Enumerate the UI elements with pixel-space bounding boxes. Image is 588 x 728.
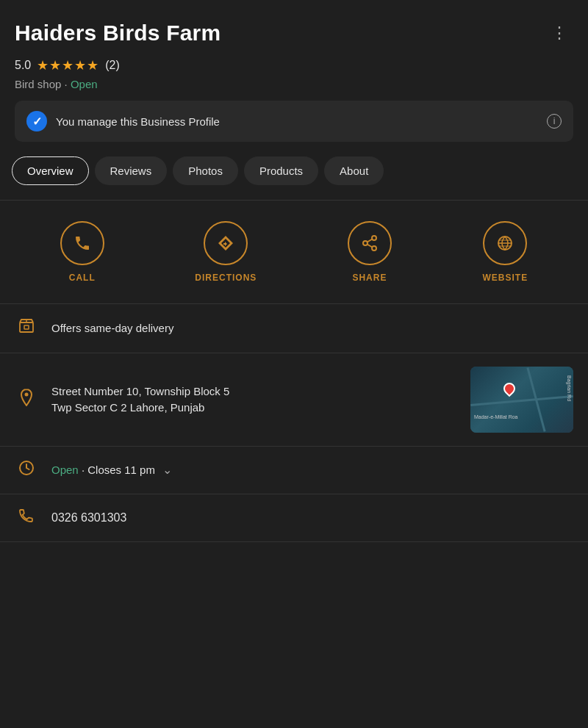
actions-row: CALL DIRECTIONS SHARE (0, 201, 588, 303)
verified-badge-icon (26, 111, 47, 131)
website-label: WEBSITE (483, 273, 528, 283)
map-thumbnail[interactable]: Bagrian Rd Madar-e-Millat Roa (470, 367, 573, 433)
address-text: Street Number 10, Township Block 5 Twp S… (51, 383, 457, 417)
website-action[interactable]: WEBSITE (483, 221, 528, 283)
svg-rect-7 (24, 325, 29, 329)
hours-row[interactable]: Open · Closes 11 pm ⌄ (0, 447, 588, 494)
svg-point-1 (363, 241, 368, 245)
category-separator: · (65, 78, 71, 90)
call-action[interactable]: CALL (60, 221, 104, 283)
business-category: Bird shop (15, 78, 61, 90)
tab-reviews[interactable]: Reviews (95, 156, 168, 185)
manage-banner[interactable]: You manage this Business Profile i (15, 101, 573, 142)
delivery-row: Offers same-day delivery (0, 304, 588, 353)
tabs-container: Overview Reviews Photos Products About (0, 156, 588, 200)
road-label-1: Bagrian Rd (567, 375, 572, 401)
website-icon (496, 234, 514, 252)
tab-about[interactable]: About (324, 156, 384, 185)
call-circle (60, 221, 104, 265)
location-icon (15, 389, 38, 411)
store-icon (15, 317, 38, 339)
clock-icon (15, 460, 38, 480)
svg-line-4 (368, 239, 373, 242)
tab-products[interactable]: Products (244, 156, 318, 185)
call-icon (74, 234, 91, 252)
category-row: Bird shop · Open (0, 76, 588, 101)
directions-circle (204, 221, 248, 265)
rating-value: 5.0 (15, 59, 31, 72)
phone-row[interactable]: 0326 6301303 (0, 494, 588, 542)
share-action[interactable]: SHARE (348, 221, 392, 283)
tab-photos[interactable]: Photos (173, 156, 238, 185)
phone-icon (15, 508, 38, 528)
svg-point-2 (372, 246, 376, 251)
share-label: SHARE (352, 273, 387, 283)
star-icons: ★★★★★ (37, 57, 99, 73)
tab-overview[interactable]: Overview (12, 156, 89, 185)
rating-row: 5.0 ★★★★★ (2) (0, 54, 588, 76)
address-row[interactable]: Street Number 10, Township Block 5 Twp S… (0, 353, 588, 447)
more-options-button[interactable]: ⋮ (545, 21, 573, 46)
open-status-label: Open (71, 78, 98, 90)
hours-open-label: Open (51, 464, 79, 476)
svg-point-9 (25, 393, 29, 397)
website-circle (483, 221, 527, 265)
phone-number[interactable]: 0326 6301303 (51, 511, 126, 525)
svg-line-3 (368, 245, 373, 248)
svg-rect-6 (20, 322, 33, 332)
delivery-text: Offers same-day delivery (51, 320, 573, 337)
business-header: Haiders Birds Farm ⋮ (0, 0, 588, 54)
manage-text: You manage this Business Profile (56, 115, 538, 128)
road-label-2: Madar-e-Millat Roa (474, 414, 518, 419)
directions-icon (217, 234, 234, 252)
info-icon[interactable]: i (547, 114, 562, 129)
hours-close-text: · Closes 11 pm (82, 464, 155, 476)
directions-action[interactable]: DIRECTIONS (195, 221, 257, 283)
svg-point-0 (372, 236, 376, 240)
map-pin (503, 383, 515, 394)
chevron-down-icon[interactable]: ⌄ (162, 464, 172, 476)
directions-label: DIRECTIONS (195, 273, 257, 283)
review-count: (2) (105, 59, 120, 72)
call-label: CALL (69, 273, 96, 283)
share-circle (348, 221, 392, 265)
hours-text: Open · Closes 11 pm ⌄ (51, 461, 573, 479)
share-icon (361, 234, 379, 252)
business-name: Haiders Birds Farm (15, 21, 220, 46)
